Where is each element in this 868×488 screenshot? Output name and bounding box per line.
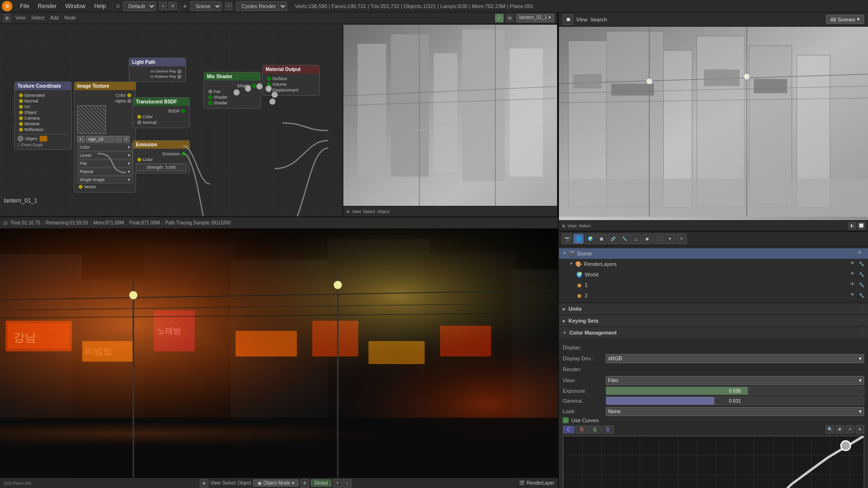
view-select[interactable]: Film ▾ <box>606 376 864 385</box>
curve-mode-btn[interactable]: ↗ <box>846 425 854 434</box>
del-screen-btn[interactable]: ✕ <box>168 2 177 10</box>
render-viewport[interactable]: 🎥 Time:01:16.75 | Remaining:01:59.55 | M… <box>0 217 558 488</box>
ext-select[interactable]: Repeat▾ <box>77 168 133 175</box>
node-material-output[interactable]: Material Output Surface Volume Displacem… <box>262 65 320 96</box>
layer2-eye[interactable]: 👁 <box>850 292 857 299</box>
snap-btn[interactable]: ⌖ <box>333 479 342 488</box>
rl-eye[interactable]: 👁 <box>850 261 857 267</box>
node-mix-shader[interactable]: Mix Shader Shader Fac Shader Shader <box>204 72 261 109</box>
world-eye[interactable]: 👁 <box>850 271 857 278</box>
node-tree-name[interactable]: lantern_01_1 ▾ <box>516 14 554 22</box>
prop-material-icon[interactable]: ◉ <box>642 234 652 244</box>
world-extra[interactable]: 🔧 <box>859 272 864 277</box>
world-label: World <box>585 272 848 277</box>
prop-render-icon[interactable]: 📷 <box>562 234 572 244</box>
svg-rect-39 <box>0 423 558 453</box>
menu-file[interactable]: File <box>16 2 33 10</box>
color-mgmt-header[interactable]: ▼ Color Management ⋯ <box>559 327 868 338</box>
prop-world-icon[interactable]: 🌍 <box>585 234 595 244</box>
units-header[interactable]: ▶ Units ⋯ <box>559 303 868 315</box>
tree-row-layer2[interactable]: ◉ 2 👁 🔧 <box>559 290 868 301</box>
rl-extra-icon[interactable]: 🔧 <box>859 262 864 266</box>
look-select[interactable]: None ▾ <box>606 407 864 416</box>
curve-zoom-in[interactable]: 🔍 <box>826 425 834 434</box>
menu-window[interactable]: Window <box>62 2 90 10</box>
transform-icon[interactable]: ✛ <box>300 479 309 488</box>
all-scenes-label: All Scenes <box>830 17 855 22</box>
keying-sets-header[interactable]: ▶ Keying Sets ⋯ <box>559 315 868 326</box>
prop-particles-icon[interactable]: ✦ <box>665 234 675 244</box>
tree-row-world[interactable]: 🌍 World 👁 🔧 <box>559 269 868 280</box>
color-mode-select[interactable]: Color▾ <box>77 143 133 151</box>
menu-help[interactable]: Help <box>90 2 110 10</box>
bottom-view-label[interactable]: View <box>210 480 221 486</box>
viewport-icon[interactable]: ⊕ <box>346 209 350 214</box>
source-select[interactable]: Single Image▾ <box>77 176 133 183</box>
curve-editor[interactable] <box>563 436 864 488</box>
layout-selector[interactable]: Default <box>123 1 156 11</box>
prop-data-icon[interactable]: △ <box>630 234 641 244</box>
object-color-swatch[interactable] <box>40 136 47 142</box>
curve-pan[interactable]: ✥ <box>836 425 844 434</box>
image-name-field[interactable]: sign_19 <box>86 136 114 142</box>
bottom-object-label[interactable]: Object <box>238 480 251 486</box>
layer1-extra[interactable]: 🔧 <box>859 283 864 287</box>
right-search-btn[interactable]: Search <box>590 17 607 22</box>
node-light-path[interactable]: Light Path Is Camera Ray Is Shadow Ray <box>129 58 186 82</box>
img-btn[interactable]: ↻ <box>77 136 85 142</box>
use-curves-checkbox[interactable]: ✓ <box>563 417 568 423</box>
pivot-select[interactable]: Global <box>311 479 331 487</box>
vp-solid-btn[interactable]: ◧ <box>848 222 856 230</box>
layer1-eye[interactable]: 👁 <box>850 282 857 288</box>
interp-select[interactable]: Linear▾ <box>77 152 133 159</box>
tree-row-renderlayers[interactable]: ▼ 🎨 RenderLayers 👁 🔧 <box>559 259 868 269</box>
gamma-slider[interactable]: 0.831 <box>606 396 864 405</box>
all-scenes-btn[interactable]: All Scenes ▾ <box>826 15 864 24</box>
bottom-icon1[interactable]: ⊕ <box>200 479 208 488</box>
svg-rect-8 <box>391 34 429 177</box>
right-3d-viewport[interactable]: ⊕ View Select ◧ ⬜ <box>559 27 868 232</box>
curve-tab-r[interactable]: R <box>576 426 588 434</box>
menu-render[interactable]: Render <box>34 2 60 10</box>
img-browse[interactable]: ⋯ <box>115 136 122 142</box>
prop-physics-icon[interactable]: ⚛ <box>676 234 687 244</box>
scene-selector[interactable]: Scene <box>190 1 222 11</box>
strength-field[interactable]: Strength: 3.000 <box>136 163 186 171</box>
add-screen-btn[interactable]: + <box>159 2 167 10</box>
prop-scene-icon[interactable]: 🌐 <box>573 234 584 244</box>
curve-tab-c[interactable]: C <box>563 426 575 434</box>
scene-eye[interactable]: 👁 <box>858 250 864 257</box>
socket <box>177 75 181 79</box>
proportional-btn[interactable]: ○ <box>343 479 351 488</box>
vp-wire-btn[interactable]: ⬜ <box>858 222 865 230</box>
viewport-3d[interactable]: ⊕ View Select Object <box>342 25 557 216</box>
node-tree-type[interactable]: M <box>506 14 514 22</box>
curve-tab-b[interactable]: B <box>602 426 614 434</box>
object-mode-select[interactable]: ◉ Object Mode ▾ <box>253 479 299 487</box>
node-translucent-bsdf[interactable]: Translucent BSDF BSDF Color Normal <box>133 97 190 128</box>
node-image-texture[interactable]: Image Texture Color Alpha ↻ sign_19 ⋯ ✕ … <box>74 81 136 193</box>
tree-row-layer1[interactable]: ◉ 1 👁 🔧 <box>559 280 868 290</box>
bottom-select-label[interactable]: Select <box>222 480 236 486</box>
right-view-btn[interactable]: View <box>576 17 588 22</box>
curve-close[interactable]: ✕ <box>856 425 864 434</box>
layer2-extra[interactable]: 🔧 <box>859 293 864 298</box>
use-nodes-toggle[interactable]: ✓ <box>495 14 504 22</box>
prop-object-icon[interactable]: ▣ <box>596 234 607 244</box>
node-emission[interactable]: Emission Emission Color Strength: 3.000 <box>133 140 190 173</box>
curve-tab-g[interactable]: G <box>589 426 601 434</box>
img-new[interactable]: ✕ <box>123 136 130 142</box>
display-dev-select[interactable]: sRGB ▾ <box>606 354 864 363</box>
prop-modifier-icon[interactable]: 🔧 <box>619 234 630 244</box>
node-texture-coord[interactable]: Texture Coordinate Generated Normal UV O… <box>14 81 72 150</box>
node-editor[interactable]: ⊕ View Select Add Node ✓ M lantern_01_1 … <box>0 12 558 217</box>
right-vp-icon[interactable]: ⊕ <box>562 224 566 228</box>
right-icon-1[interactable]: 🔲 <box>563 14 573 25</box>
proj-select[interactable]: Flat▾ <box>77 160 133 167</box>
tree-row-scene[interactable]: ▼ 🎬 Scene 👁 <box>559 248 868 259</box>
scene-add-btn[interactable]: + <box>225 2 232 10</box>
render-engine-selector[interactable]: Cycles Render <box>236 1 287 11</box>
prop-texture-icon[interactable]: ⬛ <box>653 234 664 244</box>
prop-constraint-icon[interactable]: 🔗 <box>608 234 618 244</box>
exposure-slider[interactable]: 0.696 <box>606 386 864 395</box>
